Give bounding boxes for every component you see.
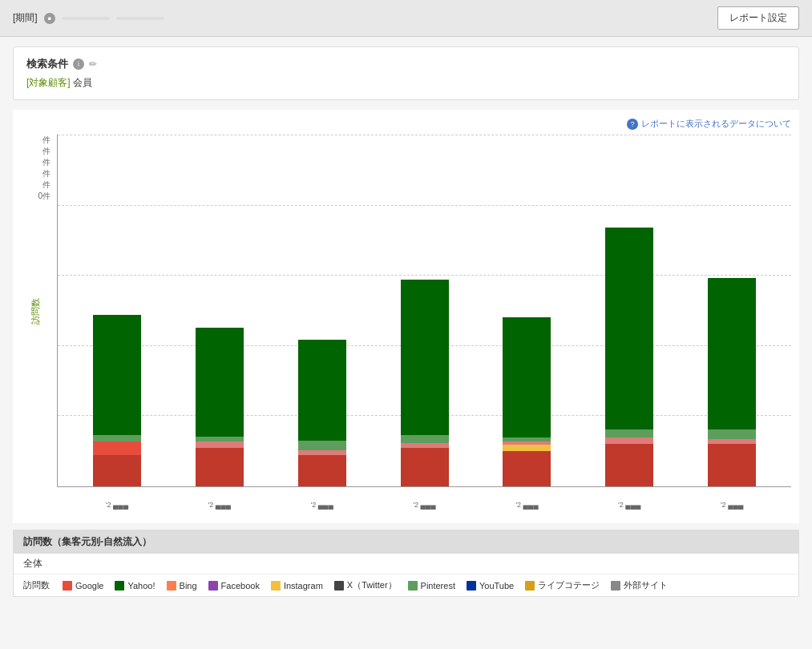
legend-color-6 (408, 581, 418, 591)
bar-segment-2-3 (298, 340, 346, 441)
legend-item-label-9: 外部サイト (624, 579, 668, 591)
x-label-5: '2 ▄▄▄ (578, 501, 681, 509)
y-label-4: 件 (34, 146, 52, 157)
y-label-3: 件 (34, 157, 52, 168)
legend-row: 訪問数 GoogleYahoo!BingFacebookInstagramX（T… (14, 574, 798, 596)
period-info-icon[interactable]: ● (44, 13, 55, 24)
bars-row (58, 135, 791, 486)
legend-item-label-6: Pinterest (421, 581, 455, 591)
bar-segment-6-2 (708, 429, 756, 439)
period-value-1 (62, 17, 110, 20)
condition-line: [対象顧客] 会員 (26, 76, 786, 90)
bar-group-6 (681, 278, 783, 486)
bar-segment-0-2 (93, 435, 141, 441)
bar-group-4 (475, 317, 578, 486)
bar-segment-0-1 (93, 441, 141, 455)
legend-color-4 (271, 581, 281, 591)
bar-group-5 (578, 228, 681, 486)
search-conditions-edit-icon[interactable]: ✏ (89, 58, 97, 70)
period-section: [期間] ● (13, 11, 164, 25)
search-conditions-panel: 検索条件 i ✏ [対象顧客] 会員 (13, 46, 799, 100)
legend-color-2 (167, 581, 176, 591)
legend-item-4: Instagram (271, 581, 323, 591)
legend-color-8 (525, 581, 535, 591)
legend-item-2: Bing (167, 581, 197, 591)
y-axis-vertical-label: 訪問数 (30, 298, 42, 324)
bar-segment-4-1 (503, 445, 551, 451)
y-axis: 件 件 件 件 件 0件 (21, 135, 57, 226)
legend-item-label-8: ライブコテージ (538, 579, 600, 591)
bar-segment-5-1 (605, 437, 653, 444)
legend-item-label-0: Google (75, 581, 103, 591)
legend-item-label-2: Bing (180, 581, 197, 591)
x-axis-labels: '2 ▄▄▄'2 ▄▄▄'2 ▄▄▄'2 ▄▄▄'2 ▄▄▄'2 ▄▄▄'2 ▄… (58, 501, 791, 509)
bar-segment-3-2 (401, 435, 449, 443)
x-label-3: '2 ▄▄▄ (374, 501, 476, 509)
y-label-0: 0件 (38, 191, 52, 202)
bar-segment-1-1 (196, 441, 244, 448)
condition-value: 会員 (73, 77, 92, 88)
report-settings-button[interactable]: レポート設定 (717, 6, 799, 30)
legend-item-label-4: Instagram (284, 581, 323, 591)
bar-segment-5-2 (605, 429, 653, 437)
legend-item-0: Google (63, 581, 103, 591)
help-text: レポートに表示されるデータについて (641, 118, 791, 130)
legend-item-label-7: YouTube (479, 581, 514, 591)
x-label-1: '2 ▄▄▄ (168, 501, 271, 509)
help-link[interactable]: ? レポートに表示されるデータについて (21, 118, 791, 130)
legend-section: 訪問数（集客元別-自然流入） 全体 訪問数 GoogleYahoo!BingFa… (13, 530, 799, 597)
x-label-2: '2 ▄▄▄ (271, 501, 374, 509)
y-label-1: 件 (34, 179, 52, 191)
bar-segment-5-3 (605, 228, 653, 429)
bar-group-2 (271, 340, 374, 486)
bar-segment-0-0 (93, 455, 141, 486)
search-conditions-title: 検索条件 (26, 57, 68, 71)
period-value-2 (116, 17, 164, 20)
chart-inner: '2 ▄▄▄'2 ▄▄▄'2 ▄▄▄'2 ▄▄▄'2 ▄▄▄'2 ▄▄▄'2 ▄… (57, 135, 791, 487)
legend-color-0 (63, 581, 72, 591)
bar-group-0 (66, 315, 168, 486)
bar-stack-6 (708, 278, 756, 486)
legend-row-label: 訪問数 (23, 579, 50, 591)
legend-item-label-5: X（Twitter） (347, 579, 397, 591)
bar-segment-4-4 (503, 317, 551, 437)
period-label: [期間] (13, 11, 38, 25)
search-conditions-info-icon[interactable]: i (73, 58, 84, 70)
legend-color-3 (208, 581, 218, 591)
search-conditions-header: 検索条件 i ✏ (26, 57, 786, 71)
legend-item-1: Yahoo! (115, 581, 155, 591)
legend-item-3: Facebook (208, 581, 260, 591)
legend-item-8: ライブコテージ (525, 579, 600, 591)
bar-segment-6-3 (708, 278, 756, 429)
chart-area: ? レポートに表示されるデータについて 訪問数 件 件 件 件 件 0件 (13, 110, 799, 523)
legend-color-9 (611, 581, 620, 591)
bar-segment-1-3 (196, 328, 244, 437)
y-label-5: 件 (34, 135, 52, 146)
legend-item-9: 外部サイト (611, 579, 668, 591)
top-bar: [期間] ● レポート設定 (0, 0, 812, 37)
legend-item-label-3: Facebook (221, 581, 260, 591)
help-icon: ? (627, 119, 638, 130)
legend-item-6: Pinterest (408, 581, 455, 591)
bar-group-3 (374, 280, 476, 486)
legend-color-5 (334, 581, 344, 591)
x-label-0: '2 ▄▄▄ (66, 501, 168, 509)
legend-title-bar: 訪問数（集客元別-自然流入） (14, 530, 798, 554)
bar-segment-3-3 (401, 280, 449, 435)
bar-segment-2-0 (298, 455, 346, 486)
bar-segment-0-3 (93, 315, 141, 435)
bar-stack-5 (605, 228, 653, 486)
bar-segment-4-0 (503, 451, 551, 486)
condition-tag: [対象顧客] (26, 77, 71, 88)
bar-segment-2-2 (298, 441, 346, 450)
bar-stack-0 (93, 315, 141, 486)
legend-item-7: YouTube (467, 581, 514, 591)
chart-container: 訪問数 件 件 件 件 件 0件 '2 (21, 135, 791, 487)
legend-item-label-1: Yahoo! (127, 581, 155, 591)
legend-color-1 (115, 581, 124, 591)
bar-stack-3 (401, 280, 449, 486)
x-label-4: '2 ▄▄▄ (475, 501, 578, 509)
legend-item-5: X（Twitter） (334, 579, 397, 591)
legend-subtitle: 全体 (14, 554, 798, 574)
x-label-6: '2 ▄▄▄ (681, 501, 783, 509)
